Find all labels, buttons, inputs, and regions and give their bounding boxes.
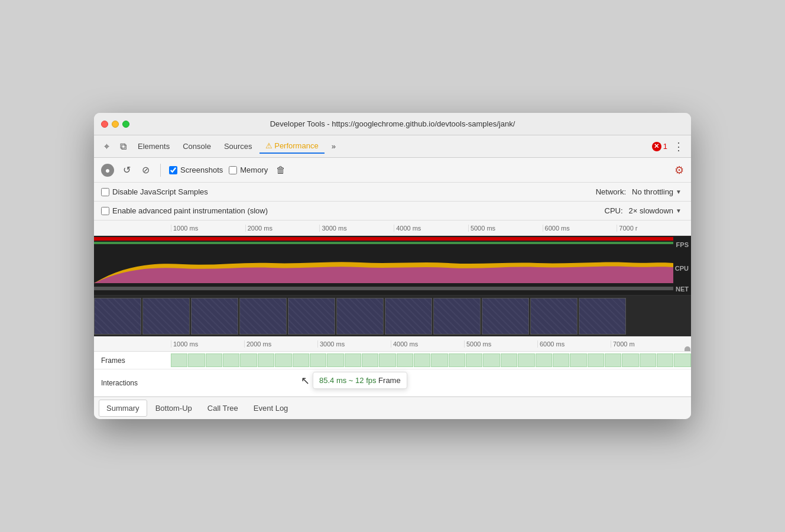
- tooltip-fps-text: 85.4 ms ~ 12 fps: [319, 376, 376, 385]
- fps-label: FPS: [676, 241, 689, 248]
- disable-js-checkbox[interactable]: Disable JavaScript Samples: [101, 187, 208, 196]
- screenshot-thumb-6[interactable]: [385, 298, 432, 335]
- tab-bottom-up[interactable]: Bottom-Up: [148, 400, 199, 416]
- frames-label: Frames: [94, 356, 171, 365]
- cpu-label: CPU: [675, 265, 689, 272]
- frame-block-8[interactable]: [310, 353, 326, 367]
- frame-block-10[interactable]: [345, 353, 361, 367]
- screenshots-checkbox[interactable]: Screenshots: [169, 166, 223, 174]
- frame-block-3[interactable]: [223, 353, 239, 367]
- screenshot-thumb-3[interactable]: [239, 298, 287, 335]
- screenshot-thumb-2[interactable]: [191, 298, 238, 335]
- cpu-chart-row: CPU: [94, 254, 691, 283]
- minimize-button[interactable]: [112, 121, 119, 128]
- frame-block-20[interactable]: [518, 353, 534, 367]
- gear-button[interactable]: ⚙: [674, 164, 684, 177]
- reload-button[interactable]: ↺: [120, 164, 133, 177]
- fps-red-bar: [94, 237, 673, 241]
- record-button[interactable]: ●: [101, 164, 114, 177]
- ruler-mark-b6: 7000 m: [611, 340, 684, 348]
- paint-checkbox[interactable]: Enable advanced paint instrumentation (s…: [101, 206, 268, 215]
- tab-console[interactable]: Console: [177, 140, 217, 153]
- ruler-mark-b3: 4000 ms: [391, 340, 464, 348]
- frame-block-18[interactable]: [483, 353, 499, 367]
- screenshots-strip[interactable]: [94, 295, 691, 336]
- ruler-mark-b1: 2000 ms: [244, 340, 317, 348]
- screenshot-thumb-4[interactable]: [288, 298, 335, 335]
- screenshot-thumb-5[interactable]: [336, 298, 384, 335]
- cpu-value: 2× slowdown: [629, 206, 674, 215]
- frame-block-24[interactable]: [588, 353, 604, 367]
- paint-input[interactable]: [101, 207, 109, 215]
- cpu-dropdown[interactable]: 2× slowdown ▼: [627, 205, 684, 216]
- frame-block-21[interactable]: [536, 353, 552, 367]
- devtools-window: Developer Tools - https://googlechrome.g…: [94, 113, 691, 419]
- frame-block-1[interactable]: [188, 353, 205, 367]
- screenshot-thumb-10[interactable]: [579, 298, 626, 335]
- dock-icon[interactable]: ⧉: [115, 139, 131, 154]
- frame-block-25[interactable]: [605, 353, 621, 367]
- screenshot-thumb-7[interactable]: [433, 298, 481, 335]
- scrollbar-thumb[interactable]: [685, 346, 690, 352]
- tab-elements[interactable]: Elements: [132, 140, 176, 153]
- maximize-button[interactable]: [122, 121, 129, 128]
- frame-block-29[interactable]: [674, 353, 690, 367]
- frames-content[interactable]: [171, 352, 691, 369]
- frame-block-7[interactable]: [293, 353, 309, 367]
- tab-more[interactable]: »: [326, 140, 342, 153]
- tab-event-log[interactable]: Event Log: [246, 400, 296, 416]
- fps-chart-row: FPS: [94, 236, 691, 254]
- bottom-tabs-bar: Summary Bottom-Up Call Tree Event Log: [94, 397, 691, 419]
- frame-block-11[interactable]: [362, 353, 378, 367]
- more-options-button[interactable]: ⋮: [671, 140, 686, 153]
- cursor-icon[interactable]: ⌖: [99, 139, 114, 154]
- frame-block-5[interactable]: [258, 353, 274, 367]
- trash-button[interactable]: 🗑: [276, 165, 286, 176]
- frame-block-2[interactable]: [206, 353, 222, 367]
- frame-block-9[interactable]: [327, 353, 343, 367]
- error-count: 1: [663, 142, 667, 151]
- stop-button[interactable]: ⊘: [139, 164, 152, 177]
- frame-block-27[interactable]: [640, 353, 656, 367]
- close-button[interactable]: [101, 121, 108, 128]
- screenshots-label: Screenshots: [180, 166, 223, 174]
- charts-area[interactable]: FPS CPU NET: [94, 236, 691, 336]
- tab-summary[interactable]: Summary: [99, 400, 147, 417]
- memory-label: Memory: [240, 166, 268, 174]
- frame-block-16[interactable]: [449, 353, 465, 367]
- frame-block-6[interactable]: [275, 353, 291, 367]
- screenshot-thumb-0[interactable]: [94, 298, 141, 335]
- screenshots-input[interactable]: [169, 166, 177, 174]
- ruler-mark-3: 4000 ms: [394, 225, 468, 232]
- ruler-mark-b5: 6000 ms: [537, 340, 611, 348]
- ruler-mark-5: 6000 ms: [543, 225, 617, 232]
- frame-block-13[interactable]: [397, 353, 413, 367]
- screenshot-thumb-9[interactable]: [530, 298, 578, 335]
- screenshot-thumb-1[interactable]: [142, 298, 190, 335]
- frame-block-23[interactable]: [570, 353, 586, 367]
- screenshot-thumb-8[interactable]: [482, 298, 529, 335]
- interactions-row: Interactions ↖ 85.4 ms ~ 12 fps Frame: [94, 369, 691, 397]
- tab-call-tree[interactable]: Call Tree: [200, 400, 245, 416]
- memory-checkbox[interactable]: Memory: [229, 166, 268, 174]
- frame-block-0[interactable]: [171, 353, 187, 367]
- frame-block-4[interactable]: [240, 353, 257, 367]
- frame-block-28[interactable]: [657, 353, 673, 367]
- error-icon: ✕: [652, 142, 661, 151]
- frame-block-26[interactable]: [622, 353, 638, 367]
- tabs-right: ✕ 1 ⋮: [652, 140, 686, 153]
- network-dropdown[interactable]: No throttling ▼: [630, 186, 684, 197]
- tab-performance[interactable]: ⚠ Performance: [259, 139, 325, 154]
- frame-block-22[interactable]: [553, 353, 569, 367]
- frame-block-15[interactable]: [431, 353, 447, 367]
- frame-block-17[interactable]: [466, 353, 482, 367]
- memory-input[interactable]: [229, 166, 237, 174]
- network-value: No throttling: [632, 187, 673, 196]
- frame-block-19[interactable]: [501, 353, 517, 367]
- frame-block-12[interactable]: [379, 353, 395, 367]
- tab-sources[interactable]: Sources: [218, 140, 258, 153]
- ruler-mark-b0: 1000 ms: [171, 340, 244, 348]
- options-right-1: Network: No throttling ▼: [596, 186, 684, 197]
- frame-block-14[interactable]: [414, 353, 430, 367]
- disable-js-input[interactable]: [101, 188, 109, 196]
